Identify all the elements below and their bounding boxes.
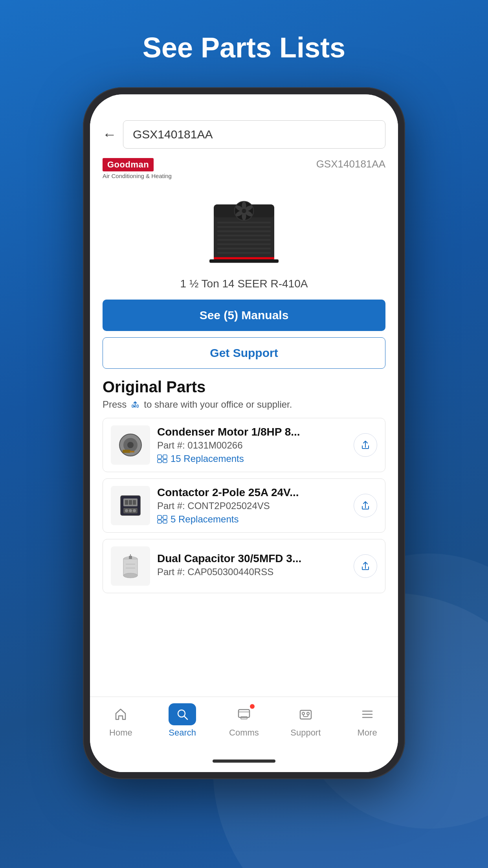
nav-item-more[interactable]: More [336,703,398,738]
more-icon [354,703,381,725]
replacements-count-motor: 15 Replacements [171,453,244,464]
phone-screen: ← Goodman Air Conditioning & Heating GSX… [90,94,398,772]
brand-subtitle: Air Conditioning & Heating [103,173,172,179]
svg-point-50 [123,573,138,578]
svg-rect-51 [129,556,132,559]
part-thumbnail-contactor [111,486,150,525]
product-header: Goodman Air Conditioning & Heating GSX14… [90,155,398,179]
brand-name: Goodman [103,158,154,171]
search-bar-area: ← [90,114,398,155]
see-manuals-button[interactable]: See (5) Manuals [103,300,385,331]
comms-notification-dot [250,704,255,709]
svg-rect-17 [217,252,271,254]
comms-icon-container [230,703,258,725]
svg-rect-36 [129,500,132,505]
part-info-motor: Condenser Motor 1/8HP 8... Part #: 0131M… [157,426,347,464]
parts-subtitle: Press to share with your office or suppl… [103,399,385,410]
home-indicator-area [90,760,398,772]
brand-logo: Goodman Air Conditioning & Heating [103,158,172,179]
svg-rect-10 [217,222,271,223]
svg-rect-57 [238,710,250,717]
page-title: See Parts Lists [143,31,345,64]
svg-rect-12 [217,230,271,232]
share-button-capacitor[interactable] [354,554,377,578]
nav-item-support[interactable]: Support [275,703,336,738]
svg-rect-20 [132,405,134,407]
svg-point-41 [133,509,136,512]
svg-rect-15 [217,243,271,245]
nav-label-search: Search [169,728,196,738]
replacements-link-motor[interactable]: 15 Replacements [157,453,347,464]
share-button-contactor[interactable] [354,494,377,517]
svg-rect-27 [158,455,161,459]
part-info-capacitor: Dual Capacitor 30/5MFD 3... Part #: CAP0… [157,552,347,580]
svg-point-9 [242,209,246,213]
part-number-capacitor: Part #: CAP050300440RSS [157,566,347,577]
nav-item-search[interactable]: Search [152,703,213,738]
svg-rect-13 [217,235,271,236]
part-item[interactable]: Contactor 2-Pole 25A 24V... Part #: CONT… [103,478,385,533]
parts-title: Original Parts [103,378,385,396]
nav-item-comms[interactable]: Comms [213,703,275,738]
home-indicator [213,760,275,763]
nav-item-home[interactable]: Home [90,703,152,738]
part-thumbnail-capacitor [111,546,150,586]
svg-line-56 [184,716,187,719]
part-item[interactable]: Condenser Motor 1/8HP 8... Part #: 0131M… [103,418,385,472]
svg-rect-14 [217,239,271,241]
svg-rect-44 [158,520,161,523]
nav-label-comms: Comms [229,728,259,738]
svg-rect-18 [214,257,274,259]
svg-point-24 [127,442,134,448]
part-name-motor: Condenser Motor 1/8HP 8... [157,426,347,438]
svg-rect-29 [158,460,161,463]
svg-rect-25 [123,450,130,453]
search-input[interactable] [123,120,385,149]
share-button-motor[interactable] [354,433,377,457]
parts-subtitle-prefix: Press [103,399,127,410]
svg-rect-37 [133,500,136,505]
product-image-area [90,179,398,278]
svg-rect-43 [163,515,167,519]
home-icon [107,703,134,725]
svg-rect-30 [163,460,167,463]
replacements-link-contactor[interactable]: 5 Replacements [157,514,347,525]
parts-section: Original Parts Press to share with your … [90,372,398,697]
svg-rect-11 [217,226,271,228]
svg-rect-16 [217,248,271,249]
svg-rect-42 [158,515,161,519]
svg-rect-60 [300,710,311,719]
svg-rect-26 [130,451,134,452]
back-button[interactable]: ← [103,126,117,143]
search-icon-wrap [169,703,196,725]
nav-label-support: Support [290,728,321,738]
share-icon-inline [130,399,141,410]
bottom-nav: Home Search [90,697,398,760]
product-description: 1 ½ Ton 14 SEER R-410A [90,278,398,296]
nav-label-more: More [358,728,377,738]
part-number-contactor: Part #: CONT2P025024VS [157,500,347,511]
support-icon [292,703,319,725]
svg-rect-21 [137,405,138,407]
part-name-contactor: Contactor 2-Pole 25A 24V... [157,486,347,499]
part-item[interactable]: Dual Capacitor 30/5MFD 3... Part #: CAP0… [103,539,385,593]
part-info-contactor: Contactor 2-Pole 25A 24V... Part #: CONT… [157,486,347,525]
nav-label-home: Home [109,728,132,738]
svg-rect-19 [209,259,279,263]
svg-rect-28 [163,455,167,459]
product-model-id: GSX140181AA [316,158,385,170]
svg-rect-45 [163,520,167,523]
part-name-capacitor: Dual Capacitor 30/5MFD 3... [157,552,347,565]
product-image [201,187,287,274]
parts-subtitle-suffix: to share with your office or supplier. [144,399,292,410]
svg-point-39 [125,509,128,512]
replacements-count-contactor: 5 Replacements [171,514,238,525]
svg-point-40 [129,509,132,512]
get-support-button[interactable]: Get Support [103,337,385,369]
svg-rect-35 [125,500,128,505]
part-number-motor: Part #: 0131M00266 [157,440,347,451]
status-bar [90,94,398,114]
phone-frame: ← Goodman Air Conditioning & Heating GSX… [83,87,405,779]
part-thumbnail-motor [111,425,150,465]
